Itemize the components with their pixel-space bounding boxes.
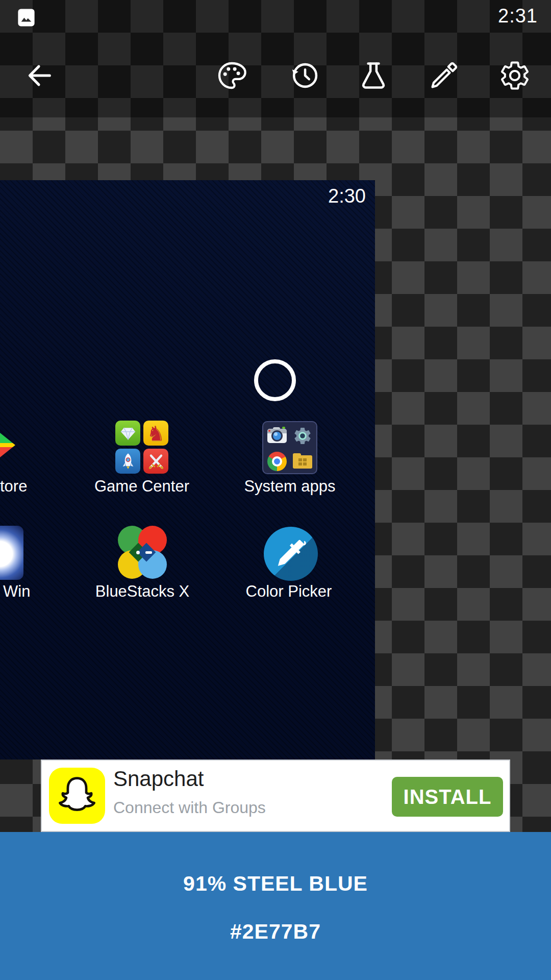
gear-icon <box>498 59 531 92</box>
rocket-icon <box>118 451 138 472</box>
captured-screenshot-image[interactable]: 2:30 tore ♞ <box>0 180 375 760</box>
rocket-game-tile <box>115 449 140 474</box>
palette-icon <box>215 59 248 92</box>
win-app-label: Win <box>3 582 30 601</box>
top-bar-shade <box>0 0 551 117</box>
snapchat-ghost-icon <box>55 774 99 818</box>
chrome-app-icon <box>267 451 287 472</box>
snapchat-logo <box>49 768 105 824</box>
bluestacks-x-icon <box>116 526 169 579</box>
dropper-glyph-icon <box>272 535 309 572</box>
camera-app-icon <box>267 426 287 446</box>
settings-app-icon <box>292 426 313 446</box>
palette-button[interactable] <box>215 59 248 92</box>
diamond-icon <box>118 423 138 444</box>
game-center-label: Game Center <box>70 477 213 496</box>
screenshot-clock: 2:30 <box>328 185 366 207</box>
back-button[interactable] <box>25 61 55 90</box>
picker-loupe-ring[interactable] <box>254 359 296 401</box>
win-app-icon <box>0 526 23 580</box>
picked-color-panel: 91% STEEL BLUE #2E77B7 <box>0 832 551 980</box>
file-manager-app-icon <box>292 451 313 472</box>
chess-game-tile: ♞ <box>143 421 168 446</box>
system-apps-folder-icon <box>262 421 317 474</box>
swords-game-tile <box>143 449 168 474</box>
ad-app-name: Snapchat <box>113 767 204 791</box>
ad-banner[interactable]: Snapchat Connect with Groups INSTALL <box>41 760 510 832</box>
history-button[interactable] <box>288 59 321 92</box>
flask-icon <box>357 59 390 92</box>
gem-game-tile <box>115 421 140 446</box>
history-icon <box>288 59 321 92</box>
status-bar-clock: 2:31 <box>498 5 538 27</box>
image-notification-icon <box>15 7 37 28</box>
play-store-label: tore <box>0 477 27 496</box>
color-match-text: 91% STEEL BLUE <box>0 872 551 896</box>
back-arrow-icon <box>25 61 55 90</box>
color-picker-app-icon <box>264 527 318 581</box>
color-hex-value: #2E77B7 <box>0 920 551 944</box>
settings-button[interactable] <box>498 59 531 92</box>
experiment-button[interactable] <box>357 59 390 92</box>
color-picker-label: Color Picker <box>217 582 360 601</box>
eyedropper-icon <box>428 59 460 92</box>
ad-tagline: Connect with Groups <box>113 798 266 817</box>
eyedropper-button[interactable] <box>428 59 460 92</box>
crossed-swords-icon <box>146 451 166 472</box>
system-apps-label: System apps <box>218 477 361 496</box>
game-center-folder-icon: ♞ <box>115 421 168 474</box>
install-button[interactable]: INSTALL <box>392 777 503 817</box>
knight-icon: ♞ <box>147 423 165 444</box>
bluestacks-x-label: BlueStacks X <box>71 582 214 601</box>
play-store-icon <box>0 433 15 457</box>
